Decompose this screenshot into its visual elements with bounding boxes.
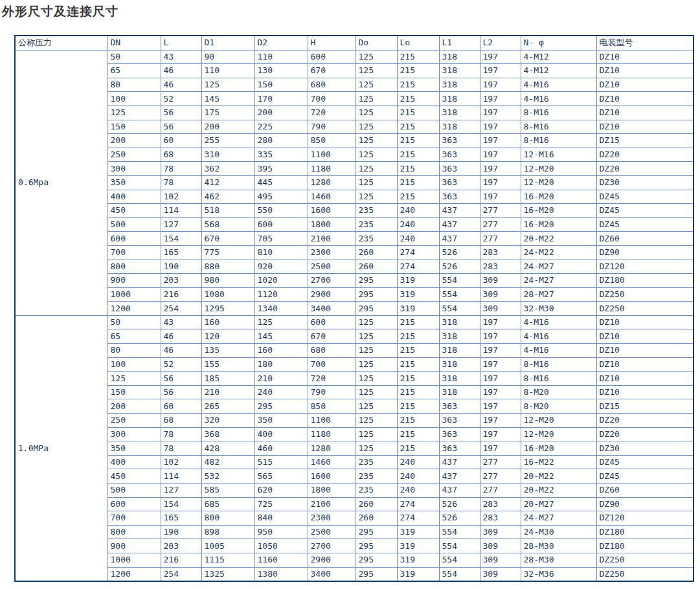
- table-cell: DZ10: [596, 357, 694, 372]
- table-cell: 197: [480, 120, 521, 134]
- table-row: 80461351606801252153181974-M16DZ10: [15, 344, 694, 358]
- table-cell: 800: [107, 260, 161, 274]
- table-cell: 1020: [254, 274, 308, 288]
- table-cell: 78: [161, 427, 201, 441]
- table-cell: 43: [161, 50, 201, 64]
- table-cell: 482: [201, 455, 254, 469]
- table-cell: 150: [254, 78, 308, 92]
- table-cell: DZ90: [596, 245, 694, 260]
- table-cell: 32-M30: [521, 302, 596, 316]
- table-cell: 1295: [201, 302, 254, 316]
- table-cell: 125: [356, 399, 397, 414]
- table-cell: 318: [439, 385, 480, 399]
- table-cell: 274: [397, 511, 439, 526]
- table-cell: 240: [254, 385, 308, 399]
- table-cell: 460: [254, 441, 308, 456]
- table-cell: 363: [439, 148, 480, 162]
- table-cell: 4-M16: [521, 315, 596, 329]
- table-cell: 200: [254, 106, 308, 120]
- table-cell: 500: [107, 483, 161, 498]
- table-cell: 8-M20: [521, 399, 596, 414]
- table-cell: 283: [480, 497, 521, 511]
- table-cell: 215: [397, 134, 439, 148]
- table-cell: 215: [397, 357, 439, 372]
- table-cell: 319: [397, 525, 439, 539]
- table-cell: 16-M20: [521, 217, 596, 232]
- table-cell: 318: [439, 329, 480, 344]
- table-cell: 437: [439, 217, 480, 232]
- column-header: 公称压力: [15, 36, 107, 50]
- table-cell: 215: [397, 92, 439, 106]
- table-row: 30078368400118012521536319712-M20DZ20: [15, 427, 694, 441]
- table-row: 0.6Mpa5043901106001252153181974-M12DZ10: [15, 50, 694, 64]
- table-cell: 318: [439, 50, 480, 64]
- table-cell: 790: [308, 385, 356, 399]
- table-cell: 125: [356, 120, 397, 134]
- table-cell: 362: [201, 162, 254, 176]
- table-row: 35078412445128012521536319712-M20DZ30: [15, 175, 694, 190]
- table-cell: 90: [201, 50, 254, 64]
- table-cell: 585: [201, 483, 254, 498]
- table-cell: 2500: [308, 525, 356, 539]
- table-row: 500127585620180023524043727720-M22DZ60: [15, 483, 694, 498]
- table-cell: 412: [201, 175, 254, 190]
- table-cell: DZ45: [596, 469, 694, 483]
- table-cell: 318: [439, 120, 480, 134]
- table-cell: 56: [161, 106, 201, 120]
- table-row: 100021610801120290029531955430928-M27DZ2…: [15, 287, 694, 302]
- table-cell: DZ180: [596, 525, 694, 539]
- table-cell: 190: [161, 525, 201, 539]
- table-cell: 554: [439, 567, 480, 581]
- table-cell: 1280: [308, 441, 356, 456]
- table-cell: 1340: [254, 302, 308, 316]
- table-cell: 515: [254, 455, 308, 469]
- table-row: 120025413251380340029531955430932-M36DZ2…: [15, 567, 694, 581]
- table-cell: 295: [254, 399, 308, 414]
- table-cell: 197: [480, 106, 521, 120]
- table-cell: 363: [439, 427, 480, 441]
- table-cell: 215: [397, 385, 439, 399]
- table-cell: 250: [107, 148, 161, 162]
- table-cell: 24-M30: [521, 525, 596, 539]
- table-cell: 2700: [308, 274, 356, 288]
- column-header: D2: [254, 36, 308, 50]
- table-cell: 526: [439, 245, 480, 260]
- table-cell: 20-M27: [521, 497, 596, 511]
- table-cell: 110: [254, 50, 308, 64]
- table-cell: 100: [107, 357, 161, 372]
- table-cell: 1600: [308, 204, 356, 218]
- table-cell: DZ250: [596, 553, 694, 567]
- table-cell: 20-M22: [521, 232, 596, 246]
- table-cell: 127: [161, 217, 201, 232]
- table-cell: 274: [397, 245, 439, 260]
- table-cell: 318: [439, 78, 480, 92]
- table-cell: 197: [480, 148, 521, 162]
- table-cell: 197: [480, 134, 521, 148]
- table-cell: 295: [356, 274, 397, 288]
- table-cell: 197: [480, 92, 521, 106]
- table-cell: DZ20: [596, 427, 694, 441]
- table-cell: 170: [254, 92, 308, 106]
- table-cell: 280: [254, 134, 308, 148]
- table-cell: 215: [397, 372, 439, 386]
- table-cell: 600: [107, 497, 161, 511]
- table-cell: 203: [161, 539, 201, 553]
- table-cell: 554: [439, 287, 480, 302]
- table-cell: DZ10: [596, 78, 694, 92]
- table-cell: DZ15: [596, 399, 694, 414]
- table-cell: 568: [201, 217, 254, 232]
- table-cell: 363: [439, 441, 480, 456]
- table-cell: 277: [480, 469, 521, 483]
- table-cell: 200: [107, 399, 161, 414]
- table-cell: 1460: [308, 190, 356, 204]
- table-cell: 235: [356, 204, 397, 218]
- table-cell: 318: [439, 372, 480, 386]
- table-cell: 254: [161, 302, 201, 316]
- table-cell: 20-M22: [521, 483, 596, 498]
- table-cell: 1080: [201, 287, 254, 302]
- table-cell: 1380: [254, 567, 308, 581]
- table-row: 200602552808501252153631978-M16DZ15: [15, 134, 694, 148]
- table-cell: 165: [161, 245, 201, 260]
- table-cell: 400: [107, 455, 161, 469]
- table-row: 100521551807001252153181978-M16DZ10: [15, 357, 694, 372]
